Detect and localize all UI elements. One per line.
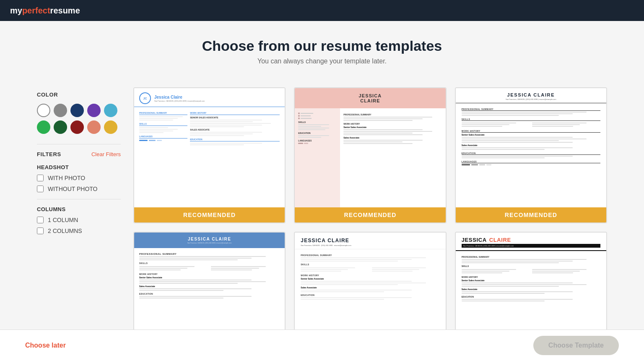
title-area: Choose from our resume templates You can…: [37, 38, 607, 65]
layout: COLOR FILTERS Clear Fil: [37, 87, 607, 361]
color-swatch-dark-red[interactable]: [70, 120, 84, 134]
recommended-badge-2: RECOMMENDED: [295, 207, 445, 222]
t3-name: Jessica Claire: [462, 92, 600, 97]
t4-name: JESSICA CLAIRE: [139, 237, 280, 241]
color-swatch-navy[interactable]: [70, 104, 84, 117]
template-card-1[interactable]: JC Jessica Claire San Francisco, CA 9413…: [133, 87, 286, 223]
t2-name: JESSICACLAIRE: [300, 93, 440, 103]
t6-name-accent: CLAIRE: [489, 237, 511, 243]
clear-filters-button[interactable]: Clear Filters: [91, 151, 121, 157]
template-card-3[interactable]: Jessica Claire San Francisco, CA 94135 |…: [455, 87, 607, 223]
logo-my: my: [10, 6, 22, 15]
bottom-bar: Choose later Choose Template: [0, 330, 644, 361]
page-subtitle: You can always change your template late…: [37, 58, 607, 65]
divider-1: [37, 144, 121, 144]
two-columns-checkbox[interactable]: 2 COLUMNS: [37, 228, 121, 234]
templates-grid: JC Jessica Claire San Francisco, CA 9413…: [133, 87, 607, 361]
header: myperfectresume: [0, 0, 644, 21]
with-photo-label: WITH PHOTO: [48, 175, 85, 181]
logo: myperfectresume: [10, 6, 80, 16]
color-swatch-dark-green[interactable]: [54, 120, 67, 134]
two-columns-label: 2 COLUMNS: [48, 228, 82, 234]
t1-avatar: JC: [139, 92, 151, 104]
one-column-label: 1 COLUMN: [48, 217, 78, 223]
logo-resume: resume: [50, 6, 80, 15]
content-wrapper: Choose from our resume templates You can…: [37, 38, 607, 361]
recommended-badge-3: RECOMMENDED: [456, 207, 606, 222]
without-photo-input[interactable]: [37, 186, 44, 192]
with-photo-input[interactable]: [37, 175, 44, 181]
choose-template-button[interactable]: Choose Template: [533, 336, 619, 355]
t5-contact: San Francisco, CA 94135 · (555) 432-1000…: [301, 244, 439, 246]
color-swatch-green[interactable]: [37, 120, 50, 134]
page-title: Choose from our resume templates: [37, 38, 607, 54]
templates-area: JC Jessica Claire San Francisco, CA 9413…: [133, 87, 607, 361]
mini-resume-1: JC Jessica Claire San Francisco, CA 9413…: [134, 88, 285, 222]
t6-name: JESSICA: [462, 237, 488, 243]
color-swatch-yellow[interactable]: [104, 120, 117, 134]
one-column-checkbox[interactable]: 1 COLUMN: [37, 217, 121, 223]
color-grid: [37, 104, 121, 134]
one-column-input[interactable]: [37, 217, 44, 223]
recommended-badge-1: RECOMMENDED: [134, 207, 285, 222]
filters-title: FILTERS: [37, 151, 61, 157]
mini-resume-3: Jessica Claire San Francisco, CA 94135 |…: [456, 88, 606, 222]
logo-perfect: perfect: [22, 6, 50, 15]
color-swatch-salmon[interactable]: [87, 120, 101, 134]
choose-later-button[interactable]: Choose later: [25, 342, 66, 349]
template-preview-1: JC Jessica Claire San Francisco, CA 9413…: [134, 88, 285, 222]
color-swatch-purple[interactable]: [87, 104, 101, 117]
template-card-2[interactable]: JESSICACLAIRE SKILLS ED: [294, 87, 446, 223]
without-photo-label: WITHOUT PHOTO: [48, 186, 97, 192]
with-photo-checkbox[interactable]: WITH PHOTO: [37, 175, 121, 181]
mini-resume-2: JESSICACLAIRE SKILLS ED: [295, 88, 445, 222]
template-preview-2: JESSICACLAIRE SKILLS ED: [295, 88, 445, 222]
t4-contact: San Francisco, CA 94135 | (555) 432-1000…: [139, 242, 280, 244]
columns-filter-title: COLUMNS: [37, 206, 121, 212]
t6-highlighted: San Francisco, CA 94135 | (555) 432-1000…: [462, 244, 600, 248]
headshot-filter-title: HEADSHOT: [37, 164, 121, 170]
color-swatch-gray[interactable]: [54, 104, 67, 117]
t1-name: Jessica Claire: [154, 95, 205, 99]
without-photo-checkbox[interactable]: WITHOUT PHOTO: [37, 186, 121, 192]
color-swatch-teal[interactable]: [104, 104, 117, 117]
template-preview-3: Jessica Claire San Francisco, CA 94135 |…: [456, 88, 606, 222]
filters-header: FILTERS Clear Filters: [37, 151, 121, 157]
color-section-title: COLOR: [37, 92, 121, 98]
t3-contact: San Francisco, CA 94135 | (555) 432-1000…: [462, 98, 600, 100]
sidebar: COLOR FILTERS Clear Fil: [37, 87, 121, 361]
two-columns-input[interactable]: [37, 228, 44, 234]
t5-name: Jessica Claire: [301, 238, 439, 243]
main-container: Choose from our resume templates You can…: [29, 21, 615, 361]
t1-contact: San Francisco, CA 94135 | (555) 432-1000…: [154, 100, 205, 102]
divider-2: [37, 199, 121, 199]
color-swatch-white[interactable]: [37, 104, 50, 117]
